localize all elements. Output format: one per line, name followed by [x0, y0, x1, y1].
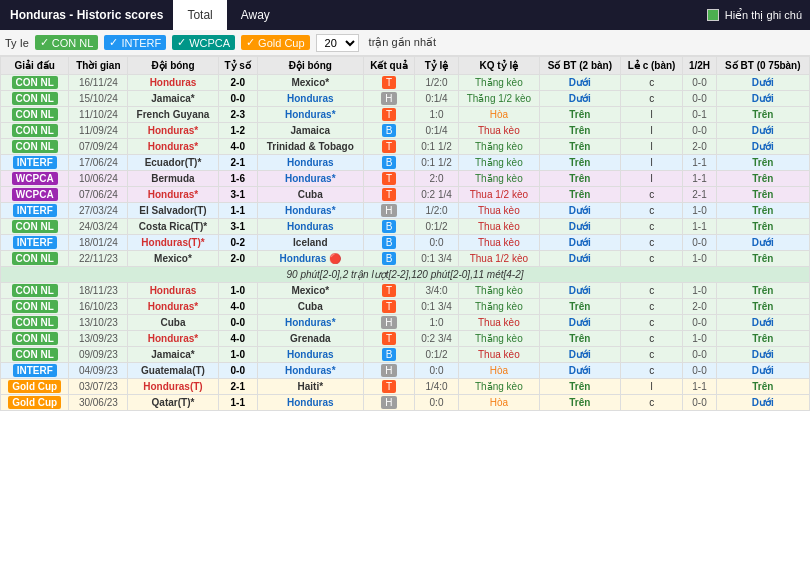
cell-team1[interactable]: Honduras*	[128, 139, 218, 155]
cell-duoi-tren2: Trên	[716, 171, 809, 187]
cell-score: 3-1	[218, 219, 257, 235]
table-row: WCPCA 10/06/24 Bermuda 1-6 Honduras* T 2…	[1, 171, 810, 187]
table-row: CON NL 16/10/23 Honduras* 4-0 Cuba T 0:1…	[1, 299, 810, 315]
cell-team2[interactable]: Honduras	[257, 395, 363, 411]
cell-league: INTERF	[1, 155, 69, 171]
filter-con-nl[interactable]: ✓ CON NL	[35, 35, 99, 50]
cell-kq-ratio: Thắng 1/2 kèo	[458, 91, 539, 107]
cell-le-c: c	[620, 331, 683, 347]
tab-total[interactable]: Total	[173, 0, 226, 30]
cell-half: 0-0	[683, 75, 716, 91]
cell-team2[interactable]: Cuba	[257, 187, 363, 203]
cell-team1[interactable]: Honduras*	[128, 123, 218, 139]
cell-team2[interactable]: Honduras 🔴	[257, 251, 363, 267]
table-row: CON NL 11/09/24 Honduras* 1-2 Jamaica B …	[1, 123, 810, 139]
cell-team2[interactable]: Jamaica	[257, 123, 363, 139]
cell-league: CON NL	[1, 123, 69, 139]
cell-team1[interactable]: Honduras*	[128, 187, 218, 203]
cell-duoi-tren1: Trên	[539, 171, 620, 187]
cell-team2[interactable]: Honduras*	[257, 203, 363, 219]
cell-team1[interactable]: Ecuador(T)*	[128, 155, 218, 171]
tab-away[interactable]: Away	[227, 0, 284, 30]
count-select[interactable]: 20 10 30 50	[316, 34, 359, 52]
header: Honduras - Historic scores Total Away Hi…	[0, 0, 810, 30]
cell-team1[interactable]: Bermuda	[128, 171, 218, 187]
cell-team2[interactable]: Grenada	[257, 331, 363, 347]
cell-team1[interactable]: El Salvador(T)	[128, 203, 218, 219]
cell-team2[interactable]: Honduras*	[257, 363, 363, 379]
cell-ratio: 0:2 1/4	[415, 187, 459, 203]
cell-team1[interactable]: Jamaica*	[128, 347, 218, 363]
cell-team1[interactable]: Cuba	[128, 315, 218, 331]
cell-team2[interactable]: Honduras	[257, 91, 363, 107]
cell-team1[interactable]: Honduras(T)	[128, 379, 218, 395]
cell-league: Gold Cup	[1, 379, 69, 395]
cell-team1[interactable]: Honduras	[128, 75, 218, 91]
cell-team2[interactable]: Honduras*	[257, 171, 363, 187]
cell-team1[interactable]: Honduras	[128, 283, 218, 299]
cell-result: B	[363, 155, 414, 171]
cell-score: 0-0	[218, 315, 257, 331]
cell-kq-ratio: Thắng kèo	[458, 379, 539, 395]
cell-league: CON NL	[1, 347, 69, 363]
hien-thi-checkbox[interactable]	[707, 9, 719, 21]
cell-team1[interactable]: Costa Rica(T)*	[128, 219, 218, 235]
cell-le-c: c	[620, 203, 683, 219]
col-team1: Đội bóng	[128, 57, 218, 75]
filter-row: Ty Ie ✓ CON NL ✓ INTERF ✓ WCPCA ✓ Gold C…	[0, 30, 810, 56]
cell-team2[interactable]: Cuba	[257, 299, 363, 315]
cell-score: 0-0	[218, 91, 257, 107]
cell-team1[interactable]: Qatar(T)*	[128, 395, 218, 411]
filter-gold-cup[interactable]: ✓ Gold Cup	[241, 35, 309, 50]
cell-team2[interactable]: Honduras	[257, 219, 363, 235]
cell-result: B	[363, 123, 414, 139]
cell-team1[interactable]: Jamaica*	[128, 91, 218, 107]
col-kq-ratio: KQ tỷ lệ	[458, 57, 539, 75]
cell-date: 16/10/23	[69, 299, 128, 315]
cell-result: T	[363, 331, 414, 347]
cell-team1[interactable]: Honduras(T)*	[128, 235, 218, 251]
cell-ratio: 0:1 3/4	[415, 299, 459, 315]
cell-team2[interactable]: Honduras*	[257, 107, 363, 123]
cell-team2[interactable]: Honduras	[257, 347, 363, 363]
cell-duoi-tren1: Trên	[539, 155, 620, 171]
cell-half: 1-0	[683, 251, 716, 267]
cell-team2[interactable]: Honduras*	[257, 315, 363, 331]
cell-team1[interactable]: Honduras*	[128, 331, 218, 347]
cell-date: 04/09/23	[69, 363, 128, 379]
cell-score: 1-2	[218, 123, 257, 139]
filter-wcpca[interactable]: ✓ WCPCA	[172, 35, 235, 50]
cell-score: 3-1	[218, 187, 257, 203]
col-so-bt-2: Số BT (2 bàn)	[539, 57, 620, 75]
cell-team2[interactable]: Honduras	[257, 155, 363, 171]
cell-duoi-tren1: Dưới	[539, 219, 620, 235]
table-header-row: Giải đấu Thời gian Đội bóng Tỷ số Đội bó…	[1, 57, 810, 75]
cell-team1[interactable]: Honduras*	[128, 299, 218, 315]
cell-team2[interactable]: Mexico*	[257, 75, 363, 91]
table-row: CON NL 24/03/24 Costa Rica(T)* 3-1 Hondu…	[1, 219, 810, 235]
cell-duoi-tren2: Trên	[716, 299, 809, 315]
page-title: Honduras - Historic scores	[0, 8, 173, 22]
cell-team2[interactable]: Iceland	[257, 235, 363, 251]
cell-date: 07/09/24	[69, 139, 128, 155]
cell-result: T	[363, 187, 414, 203]
cell-half: 0-0	[683, 315, 716, 331]
cell-team2[interactable]: Mexico*	[257, 283, 363, 299]
cell-team2[interactable]: Haiti*	[257, 379, 363, 395]
cell-ratio: 0:0	[415, 395, 459, 411]
cell-team1[interactable]: Mexico*	[128, 251, 218, 267]
cell-ratio: 1:0	[415, 315, 459, 331]
cell-result: B	[363, 251, 414, 267]
cell-result: H	[363, 315, 414, 331]
cell-duoi-tren1: Dưới	[539, 347, 620, 363]
cell-team1[interactable]: French Guyana	[128, 107, 218, 123]
cell-team1[interactable]: Guatemala(T)	[128, 363, 218, 379]
cell-league: INTERF	[1, 235, 69, 251]
cell-duoi-tren1: Trên	[539, 395, 620, 411]
cell-score: 4-0	[218, 331, 257, 347]
cell-team2[interactable]: Trinidad & Tobago	[257, 139, 363, 155]
cell-ratio: 0:1 1/2	[415, 155, 459, 171]
table-row: CON NL 13/09/23 Honduras* 4-0 Grenada T …	[1, 331, 810, 347]
filter-interf[interactable]: ✓ INTERF	[104, 35, 166, 50]
table-row: WCPCA 07/06/24 Honduras* 3-1 Cuba T 0:2 …	[1, 187, 810, 203]
